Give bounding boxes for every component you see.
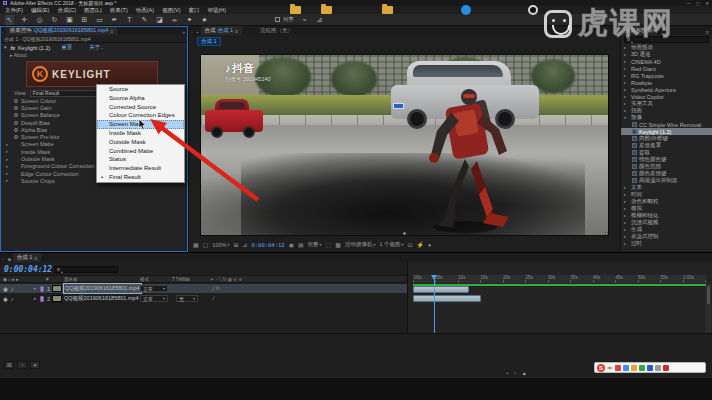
stopwatch-icon[interactable] (14, 135, 18, 139)
snap-checkbox[interactable] (275, 17, 280, 22)
panel-menu-icon[interactable]: ≡ (706, 29, 712, 35)
graph-editor-toggle[interactable]: ✦ (30, 361, 40, 369)
tab-effects-presets[interactable]: 效果和预设 (621, 26, 657, 35)
tool-icon[interactable]: ▭ (95, 15, 104, 25)
effects-tree-item[interactable]: Video Copilot (621, 93, 712, 100)
menu-item[interactable]: 视图(V) (162, 7, 180, 14)
tool-icon[interactable]: T (125, 15, 134, 25)
disclosure-triangle-icon[interactable]: ▸ (34, 294, 36, 303)
comp-viewer-chip[interactable]: 合成 1 (197, 37, 221, 46)
about-row[interactable]: ▸ About (0, 52, 188, 59)
effect-name[interactable]: Keylight (1.2) (18, 45, 50, 51)
always-preview-icon[interactable]: ▦ (193, 241, 199, 248)
disclosure-triangle-icon[interactable]: ▸ (6, 164, 11, 169)
zoom-dropdown[interactable]: 100% ▾ (212, 242, 229, 248)
layer-row[interactable]: ◉♪ ▸ 1 QQ视频20190616185801.mp4 正常▾ ╱ fx (0, 284, 407, 293)
effects-tree-item[interactable]: 差值遮罩 (621, 142, 712, 149)
disclosure-triangle-icon[interactable] (624, 199, 629, 204)
effects-tree-item[interactable]: 动画预设 (621, 44, 712, 51)
panel-menu-icon[interactable]: ≡ (34, 255, 37, 261)
effects-tree-item[interactable]: 沉浸式视频 (621, 219, 712, 226)
tool-icon[interactable]: ✦ (185, 15, 194, 25)
menu-item[interactable]: 动画(A) (136, 7, 154, 14)
camera-dropdown[interactable]: 活动摄像机 ▾ (345, 241, 376, 248)
layer-name[interactable]: QQ视频20190616185801.mp4 (64, 284, 141, 293)
effects-tree-item[interactable]: 文本 (621, 184, 712, 191)
tool-icon[interactable]: ⊞ (80, 15, 89, 25)
mode-header[interactable]: 模式 (140, 277, 149, 282)
disclosure-triangle-icon[interactable]: ▸ (6, 142, 11, 147)
disclosure-triangle-icon[interactable] (624, 234, 629, 239)
motion-blur-toggle[interactable]: ◔ (17, 361, 27, 369)
mini-widget-icon[interactable]: – (506, 370, 509, 376)
menu-item[interactable]: 效果(T) (110, 7, 128, 14)
layer-switches[interactable]: ╱ (212, 294, 215, 303)
tool-icon[interactable]: ✛ (20, 15, 29, 25)
layer-handle[interactable] (201, 232, 204, 235)
layer-duration-bar[interactable] (413, 286, 469, 293)
layer-duration-bar[interactable] (413, 295, 481, 302)
close-button[interactable]: ✕ (705, 1, 709, 6)
trkmat-header[interactable]: T TrkMat (172, 277, 190, 282)
view-layout-dropdown[interactable]: 1 个视图 ▾ (379, 241, 403, 248)
channels-icon[interactable]: ▤ (298, 241, 304, 248)
disclosure-triangle-icon[interactable] (624, 87, 629, 92)
effects-tree-item[interactable]: 提取 (621, 149, 712, 156)
menu-item[interactable]: 图层(L) (84, 7, 102, 14)
menu-option[interactable]: Combined Matte (97, 147, 184, 156)
input-method-icon[interactable]: 中 (607, 365, 613, 371)
sogou-logo-icon[interactable]: S (597, 364, 605, 372)
menu-option[interactable]: Source (97, 85, 184, 94)
menu-option[interactable]: Outside Mask (97, 138, 184, 147)
layer-switches[interactable]: ╱ fx (212, 284, 219, 293)
disclosure-triangle-icon[interactable] (624, 73, 629, 78)
menu-option[interactable]: Source Alpha (97, 94, 184, 103)
effects-tree-item[interactable]: 表达式控制 (621, 233, 712, 240)
disclosure-triangle-icon[interactable]: ▸ (34, 284, 36, 293)
stopwatch-icon[interactable] (14, 113, 18, 117)
disclosure-triangle-icon[interactable] (624, 101, 629, 106)
layer-name[interactable]: QQ视频20190616185801.mp4 (64, 294, 139, 303)
menu-option[interactable]: Screen Matte (97, 120, 184, 129)
input-method-icon[interactable] (623, 365, 629, 371)
minimize-button[interactable]: — (686, 1, 691, 6)
effects-tree-item[interactable]: RG Trapcode (621, 72, 712, 79)
menu-item[interactable]: 帮助(H) (207, 7, 226, 14)
input-method-icon[interactable] (639, 365, 645, 371)
tool-icon[interactable]: ◪ (155, 15, 164, 25)
layer-label-chip[interactable] (40, 284, 44, 293)
tool-icon[interactable]: ↖ (5, 15, 14, 25)
effects-tree-item[interactable]: Synthetic Aperture (621, 86, 712, 93)
disclosure-triangle-icon[interactable] (624, 94, 629, 99)
effects-tree-item[interactable]: 生成 (621, 226, 712, 233)
disclosure-triangle-icon[interactable]: ▸ (6, 178, 11, 183)
effects-tree-item[interactable]: 实用工具 (621, 100, 712, 107)
mini-widget-icon[interactable]: ▲ (522, 370, 527, 376)
disclosure-triangle-icon[interactable] (624, 206, 629, 211)
effects-tree-item[interactable]: 扭曲 (621, 107, 712, 114)
timeline-button-icon[interactable]: ♦ (428, 242, 431, 248)
tab-effect-controls[interactable]: 效果控件 QQ视频20190616185801.mp4 ≡ (6, 26, 118, 35)
menu-item[interactable]: 窗口 (188, 7, 199, 14)
effects-tree-item[interactable]: 模拟 (621, 205, 712, 212)
disclosure-triangle-icon[interactable] (624, 45, 629, 50)
stopwatch-icon[interactable] (14, 106, 18, 110)
video-viewport[interactable]: ♪ 抖音 抖音号:391945240 (200, 54, 609, 236)
tab-overflow-icon[interactable]: » (182, 29, 188, 35)
blend-mode-dropdown[interactable]: 正常▾ (140, 294, 168, 303)
disclosure-triangle-icon[interactable] (624, 108, 629, 113)
effects-tree-item[interactable]: 内部/外部键 (621, 135, 712, 142)
pixel-aspect-icon[interactable]: ⊡ (408, 241, 413, 248)
panel-menu-icon[interactable]: ≡ (110, 28, 113, 34)
toolbar-extra-icon[interactable]: ⊿ (315, 15, 324, 25)
resolution-dropdown[interactable]: 完整 ▾ (308, 241, 322, 248)
tool-icon[interactable]: ▣ (65, 15, 74, 25)
effects-tree-item[interactable]: 3D 通道 (621, 51, 712, 58)
magnification-icon[interactable]: ▢ (203, 241, 209, 248)
stopwatch-icon[interactable] (14, 121, 18, 125)
input-method-icon[interactable] (663, 365, 669, 371)
disclosure-triangle-icon[interactable]: ▸ (6, 149, 11, 154)
menu-option[interactable]: Status (97, 155, 184, 164)
disclosure-triangle-icon[interactable] (624, 185, 629, 190)
effects-tree-item[interactable]: 过时 (621, 240, 712, 247)
